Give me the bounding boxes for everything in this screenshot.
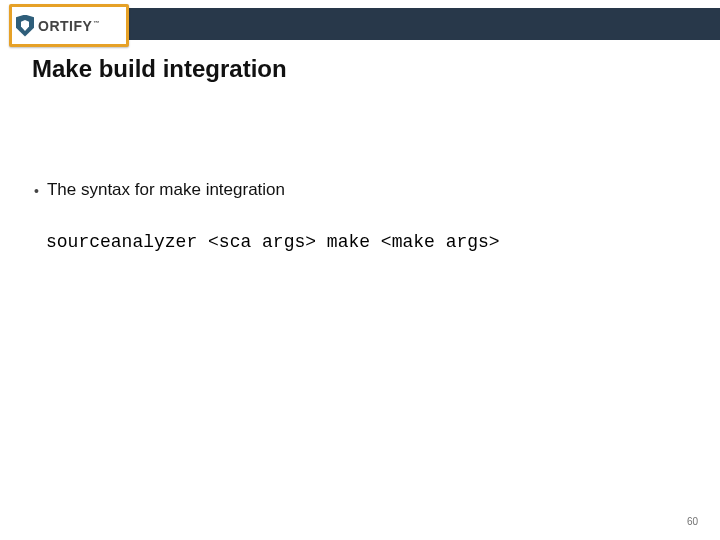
code-snippet: sourceanalyzer <sca args> make <make arg… [46, 232, 500, 252]
logo-text: ORTIFY™ [38, 18, 99, 34]
shield-icon [16, 15, 34, 37]
header-accent-bar [122, 8, 720, 40]
bullet-item: • The syntax for make integration [34, 180, 285, 200]
logo-badge: ORTIFY™ [9, 4, 129, 47]
bullet-text: The syntax for make integration [47, 180, 285, 200]
shield-icon-inner [21, 20, 29, 31]
bullet-marker: • [34, 181, 39, 201]
page-number: 60 [687, 516, 698, 527]
header-bar: ORTIFY™ [0, 0, 720, 47]
page-title: Make build integration [32, 55, 287, 83]
logo-text-main: ORTIFY [38, 18, 92, 34]
slide: ORTIFY™ Make build integration • The syn… [0, 0, 720, 540]
logo-trademark: ™ [93, 20, 100, 26]
logo-inner: ORTIFY™ [12, 7, 126, 44]
